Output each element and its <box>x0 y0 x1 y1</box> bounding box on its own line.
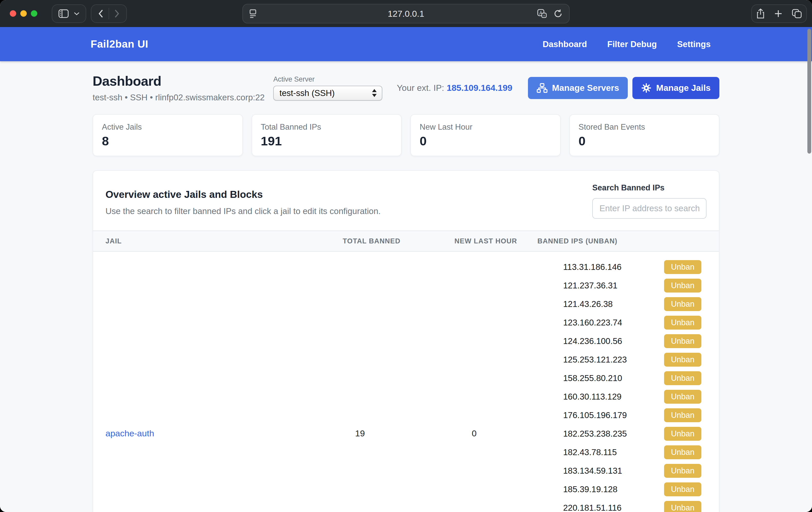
manage-servers-button[interactable]: Manage Servers <box>528 77 628 99</box>
banned-ip: 125.253.121.223 <box>563 355 627 365</box>
banned-ip-row: 182.253.238.235 Unban <box>563 425 719 443</box>
unban-button[interactable]: Unban <box>664 334 701 348</box>
new-tab-icon[interactable] <box>774 9 783 18</box>
reload-icon[interactable] <box>553 9 563 19</box>
manage-jails-label: Manage Jails <box>656 83 710 93</box>
unban-button[interactable]: Unban <box>664 501 701 512</box>
nav-link-dashboard[interactable]: Dashboard <box>543 39 587 49</box>
url-text: 127.0.0.1 <box>243 9 569 19</box>
manage-servers-label: Manage Servers <box>552 83 619 93</box>
close-window-button[interactable] <box>10 10 16 17</box>
stat-label: Stored Ban Events <box>579 122 710 132</box>
search-banned-ips-input[interactable] <box>592 198 706 219</box>
banned-ip: 176.105.196.179 <box>563 410 627 420</box>
banned-ip-row: 183.134.59.131 Unban <box>563 461 719 480</box>
table-row: apache-auth 19 0 113.31.186.146 Unban <box>93 251 719 512</box>
tab-overview-icon[interactable] <box>792 9 802 19</box>
unban-button[interactable]: Unban <box>664 353 701 367</box>
banned-ip-row: 158.255.80.210 Unban <box>563 369 719 388</box>
page-content: Dashboard test-ssh • SSH • rlinfp02.swis… <box>0 61 812 512</box>
external-ip: Your ext. IP:185.109.164.199 <box>397 83 512 93</box>
unban-button[interactable]: Unban <box>664 390 701 404</box>
banned-ip: 158.255.80.210 <box>563 373 622 383</box>
share-icon[interactable] <box>756 8 765 19</box>
history-nav-group <box>91 4 127 23</box>
page-subtitle: test-ssh • SSH • rlinfp02.swissmakers.co… <box>93 93 265 103</box>
banned-ip: 160.30.113.129 <box>563 392 621 402</box>
stat-label: Total Banned IPs <box>261 122 393 132</box>
stat-card-stored-ban-events: Stored Ban Events 0 <box>569 114 720 156</box>
banned-ip: 124.236.100.56 <box>563 336 622 346</box>
banned-ip-row: 123.160.223.74 Unban <box>563 313 719 332</box>
overview-title: Overview active Jails and Blocks <box>106 189 380 200</box>
unban-button[interactable]: Unban <box>664 464 701 478</box>
select-stepper-icon <box>372 89 377 97</box>
translate-icon[interactable]: A x <box>537 8 547 19</box>
stat-card-total-banned: Total Banned IPs 191 <box>252 114 402 156</box>
unban-button[interactable]: Unban <box>664 482 701 496</box>
column-header-banned-ips: Banned IPs (Unban) <box>538 231 719 251</box>
stat-value: 0 <box>579 134 710 148</box>
stat-label: New Last Hour <box>419 122 551 132</box>
vertical-scrollbar-thumb[interactable] <box>807 29 811 153</box>
gear-icon <box>641 83 651 93</box>
unban-button[interactable]: Unban <box>664 408 701 422</box>
total-banned-value: 19 <box>309 251 434 512</box>
banned-ip-row: 220.181.51.116 Unban <box>563 499 719 512</box>
zoom-window-button[interactable] <box>31 10 37 17</box>
banned-ip-row: 160.30.113.129 Unban <box>563 388 719 406</box>
sitemap-icon <box>537 83 548 93</box>
stat-value: 8 <box>102 134 234 148</box>
unban-button[interactable]: Unban <box>664 427 701 441</box>
browser-toolbar: 127.0.0.1 A x <box>0 0 812 27</box>
banned-ip-row: 124.236.100.56 Unban <box>563 332 719 350</box>
unban-button[interactable]: Unban <box>664 279 701 292</box>
active-server-select[interactable]: test-ssh (SSH) <box>273 86 382 101</box>
active-server-label: Active Server <box>273 76 382 83</box>
banned-ip: 185.39.19.128 <box>563 484 617 494</box>
back-icon[interactable] <box>98 9 104 18</box>
overview-description: Use the search to filter banned IPs and … <box>106 206 380 216</box>
column-header-jail: Jail <box>93 231 309 251</box>
jails-table: Jail Total Banned New Last Hour Banned I… <box>93 230 719 512</box>
minimize-window-button[interactable] <box>20 10 27 17</box>
page-title: Dashboard <box>93 73 265 89</box>
table-header-row: Jail Total Banned New Last Hour Banned I… <box>93 231 719 251</box>
browser-window: 127.0.0.1 A x <box>0 0 812 512</box>
unban-button[interactable]: Unban <box>664 260 701 274</box>
sidebar-toggle-button[interactable] <box>52 4 86 23</box>
banned-ip: 220.181.51.116 <box>563 503 621 512</box>
banned-ip-row: 121.43.26.38 Unban <box>563 295 719 313</box>
banned-ip-row: 121.237.36.31 Unban <box>563 276 719 295</box>
banned-ip-row: 176.105.196.179 Unban <box>563 406 719 425</box>
stat-card-new-last-hour: New Last Hour 0 <box>410 114 561 156</box>
overview-panel: Overview active Jails and Blocks Use the… <box>93 170 719 512</box>
banned-ip: 183.134.59.131 <box>563 466 622 476</box>
search-banned-ips-group: Search Banned IPs <box>592 183 706 219</box>
dashboard-header: Dashboard test-ssh • SSH • rlinfp02.swis… <box>93 73 719 103</box>
forward-icon[interactable] <box>114 9 119 18</box>
new-last-hour-value: 0 <box>434 251 537 512</box>
manage-jails-button[interactable]: Manage Jails <box>632 77 719 99</box>
unban-button[interactable]: Unban <box>664 445 701 459</box>
banned-ip-row: 125.253.121.223 Unban <box>563 350 719 369</box>
banned-ip: 121.43.26.38 <box>563 299 613 309</box>
unban-button[interactable]: Unban <box>664 371 701 385</box>
app-navbar: Fail2ban UI Dashboard Filter Debug Setti… <box>0 27 812 61</box>
jail-link-apache-auth[interactable]: apache-auth <box>106 428 154 438</box>
column-header-total-banned: Total Banned <box>309 231 434 251</box>
column-header-new-last-hour: New Last Hour <box>434 231 537 251</box>
unban-button[interactable]: Unban <box>664 297 701 311</box>
app-brand: Fail2ban UI <box>91 38 148 50</box>
stat-cards: Active Jails 8 Total Banned IPs 191 New … <box>93 114 719 156</box>
page-settings-icon[interactable] <box>249 9 257 19</box>
active-server-value: test-ssh (SSH) <box>280 88 335 98</box>
banned-ip-row: 185.39.19.128 Unban <box>563 480 719 499</box>
banned-ip-row: 182.43.78.115 Unban <box>563 443 719 461</box>
address-bar[interactable]: 127.0.0.1 A x <box>242 4 570 23</box>
unban-button[interactable]: Unban <box>664 316 701 330</box>
nav-link-filter-debug[interactable]: Filter Debug <box>607 39 657 49</box>
browser-actions-group <box>751 4 807 23</box>
nav-link-settings[interactable]: Settings <box>677 39 710 49</box>
banned-ip: 182.253.238.235 <box>563 429 627 439</box>
